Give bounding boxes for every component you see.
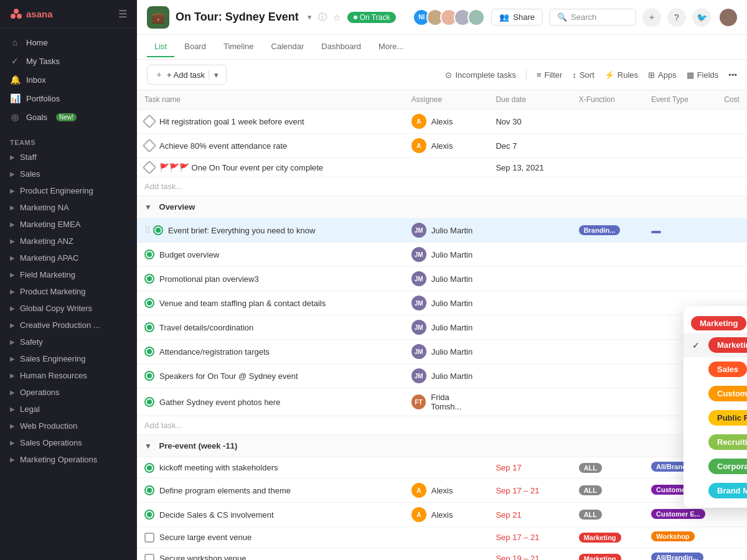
filter-button[interactable]: ≡ Filter [537, 70, 562, 80]
sidebar-item-sales-engineering[interactable]: ▶ Sales Engineering [0, 350, 137, 367]
fields-button[interactable]: ▦ Fields [687, 70, 719, 80]
dropdown-item-brand-marketing[interactable]: Brand Marketing [684, 478, 747, 503]
add-task-cell[interactable]: Add task... [137, 177, 747, 196]
sidebar-item-legal[interactable]: ▶ Legal [0, 401, 137, 418]
task-checkbox[interactable] [144, 274, 154, 284]
xfunc-cell: Marketing [571, 548, 644, 561]
add-button[interactable]: ＋ [642, 8, 661, 27]
task-checkbox[interactable] [144, 463, 154, 473]
sidebar-item-marketing-na[interactable]: ▶ Marketing NA [0, 199, 137, 216]
dropdown-item-customer-success[interactable]: Customer Success [684, 381, 747, 406]
task-name[interactable]: 🚩🚩🚩 One On Tour event per city complete [159, 163, 323, 172]
task-name[interactable]: Define program elements and theme [159, 486, 291, 495]
add-task-row[interactable]: Add task... [137, 416, 747, 435]
info-icon[interactable]: ⓘ [318, 12, 327, 23]
sidebar-item-product-marketing[interactable]: ▶ Product Marketing [0, 283, 137, 300]
task-name[interactable]: Speakers for On Tour @ Sydney event [159, 371, 298, 381]
sidebar-item-marketing-operations[interactable]: ▶ Marketing Operations [0, 451, 137, 468]
dropdown-item-marketing[interactable]: ✓ Marketing [684, 333, 747, 357]
task-checkbox[interactable] [144, 347, 154, 357]
dropdown-item-public-relations[interactable]: Public Relations [684, 406, 747, 430]
task-name[interactable]: Achieve 80% event attendance rate [159, 141, 287, 151]
task-checkbox[interactable] [144, 554, 154, 561]
task-name[interactable]: kickoff meeting with stakeholders [159, 463, 278, 472]
sidebar-item-marketing-apac[interactable]: ▶ Marketing APAC [0, 250, 137, 266]
section-chevron-icon[interactable]: ▼ [144, 203, 152, 212]
xfunc-cell [571, 110, 644, 134]
task-checkbox[interactable] [144, 510, 154, 520]
search-bar[interactable]: 🔍 Search [549, 9, 636, 26]
dropdown-item-recruiting[interactable]: Recruiting [684, 430, 747, 454]
sidebar-item-marketing-anz[interactable]: ▶ Marketing ANZ [0, 233, 137, 250]
sidebar-item-goals[interactable]: ◎ Goals New! [0, 108, 137, 126]
sidebar-item-portfolios[interactable]: 📊 Portfolios [0, 89, 137, 108]
task-name[interactable]: Event brief: Everything you need to know [168, 226, 315, 235]
star-icon[interactable]: ☆ [333, 12, 341, 22]
project-title-caret-icon[interactable]: ▾ [308, 12, 312, 22]
task-checkbox[interactable] [143, 114, 157, 129]
rules-button[interactable]: ⚡ Rules [604, 70, 638, 80]
task-name[interactable]: Attendance/registration targets [159, 347, 270, 357]
task-checkbox[interactable] [144, 485, 154, 495]
task-name[interactable]: Venue and team staffing plan & contact d… [159, 299, 326, 308]
task-checkbox[interactable] [144, 250, 154, 259]
task-name[interactable]: Promotional plan overview3 [159, 274, 259, 284]
notifications-button[interactable]: 🐦 [692, 8, 711, 27]
task-checkbox[interactable] [144, 371, 154, 381]
share-button[interactable]: 👥 Share [491, 9, 543, 26]
task-name[interactable]: Decide Sales & CS involvement [159, 510, 274, 520]
task-name[interactable]: Secure large event venue [159, 533, 251, 542]
task-name[interactable]: Travel details/coordination [159, 323, 253, 332]
sidebar-item-web-production[interactable]: ▶ Web Production [0, 418, 137, 434]
dropdown-item-corporate-marketing[interactable]: Corporate Marketing [684, 454, 747, 478]
sidebar-item-product-engineering[interactable]: ▶ Product Engineering [0, 182, 137, 199]
tab-more[interactable]: More... [371, 37, 411, 57]
sidebar-item-marketing-emea[interactable]: ▶ Marketing EMEA [0, 216, 137, 233]
tab-board[interactable]: Board [177, 37, 214, 57]
sidebar-item-inbox[interactable]: 🔔 Inbox [0, 70, 137, 89]
sidebar-item-global-copy[interactable]: ▶ Global Copy Writers [0, 300, 137, 317]
add-task-cell[interactable]: Add task... [137, 416, 747, 435]
sidebar-item-safety[interactable]: ▶ Safety [0, 334, 137, 350]
sidebar-item-my-tasks[interactable]: ✓ My Tasks [0, 52, 137, 70]
user-avatar[interactable] [720, 9, 737, 26]
sidebar-item-home[interactable]: ⌂ Home [0, 33, 137, 52]
add-task-row[interactable]: Add task... [137, 177, 747, 196]
sidebar-item-sales[interactable]: ▶ Sales [0, 166, 137, 182]
assignee-avatar: JM [411, 271, 426, 286]
task-name[interactable]: Budget overview [159, 250, 219, 259]
task-name[interactable]: Hit registration goal 1 week before even… [159, 117, 304, 126]
dropdown-item-sales[interactable]: Sales [684, 357, 747, 381]
sidebar-item-field-marketing[interactable]: ▶ Field Marketing [0, 266, 137, 283]
sidebar-item-creative-production[interactable]: ▶ Creative Production ... [0, 317, 137, 334]
task-checkbox[interactable] [144, 298, 154, 308]
sidebar-item-operations[interactable]: ▶ Operations [0, 384, 137, 401]
task-checkbox[interactable] [144, 397, 154, 407]
apps-button[interactable]: ⊞ Apps [648, 70, 677, 80]
task-checkbox[interactable] [144, 533, 154, 543]
task-name[interactable]: Secure workshop venue [159, 554, 246, 560]
tab-dashboard[interactable]: Dashboard [314, 37, 369, 57]
task-checkbox[interactable] [143, 161, 157, 175]
incomplete-tasks-button[interactable]: ⊙ Incomplete tasks [445, 70, 516, 80]
hamburger-icon[interactable]: ☰ [118, 8, 127, 20]
sidebar-item-human-resources[interactable]: ▶ Human Resources [0, 367, 137, 384]
task-row-name: Speakers for On Tour @ Sydney event [144, 371, 397, 381]
tab-calendar[interactable]: Calendar [264, 37, 312, 57]
tab-timeline[interactable]: Timeline [216, 37, 261, 57]
help-button[interactable]: ? [667, 8, 686, 27]
task-checkbox[interactable] [143, 139, 157, 153]
add-task-button[interactable]: ＋ + Add task ▾ [147, 65, 227, 85]
tab-list[interactable]: List [147, 37, 174, 57]
sidebar-item-sales-operations[interactable]: ▶ Sales Operations [0, 434, 137, 451]
add-task-caret-icon[interactable]: ▾ [209, 70, 218, 80]
more-options-button[interactable]: ••• [728, 70, 737, 80]
section-chevron-icon[interactable]: ▼ [144, 442, 152, 450]
drag-handle-icon[interactable]: ⠿ [144, 225, 151, 235]
assignee-name: Julio Martin [431, 371, 472, 381]
sidebar-item-staff[interactable]: ▶ Staff [0, 149, 137, 166]
sort-button[interactable]: ↕ Sort [572, 70, 594, 80]
task-checkbox[interactable] [153, 225, 163, 235]
task-name[interactable]: Gather Sydney event photos here [159, 398, 280, 407]
task-checkbox[interactable] [144, 322, 154, 332]
